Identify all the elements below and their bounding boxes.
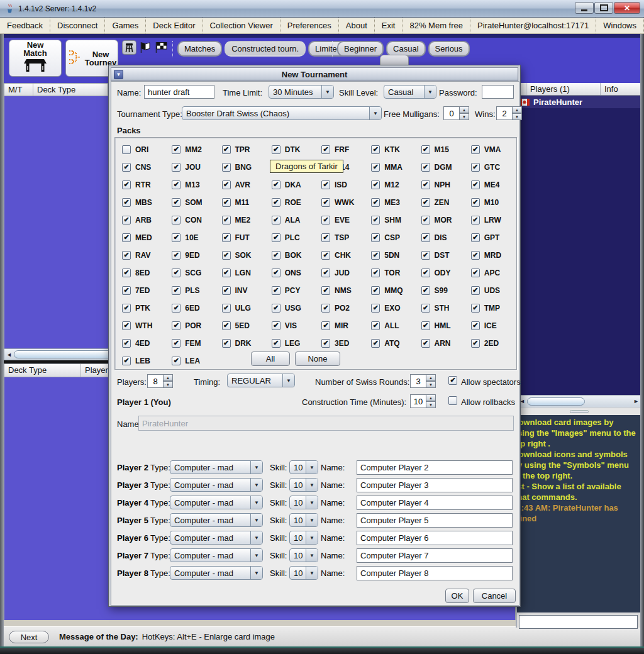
pack-checkbox-wwk[interactable] — [321, 198, 330, 207]
spinner-down-icon[interactable] — [426, 381, 436, 388]
pack-checkbox-leg[interactable] — [272, 339, 280, 348]
pack-checkbox-drk[interactable] — [222, 339, 231, 348]
pack-checkbox-jud[interactable] — [321, 269, 330, 277]
spinner-up-icon[interactable] — [426, 394, 436, 401]
pack-checkbox-bok[interactable] — [272, 251, 280, 260]
pack-checkbox-2ed[interactable] — [471, 339, 480, 348]
menu-item-windows[interactable]: Windows — [596, 18, 644, 33]
menu-item-disconnect[interactable]: Disconnect — [50, 18, 105, 33]
pack-checkbox-pcy[interactable] — [272, 286, 280, 295]
pack-checkbox-ons[interactable] — [272, 269, 280, 277]
pack-checkbox-nms[interactable] — [321, 286, 330, 295]
pack-checkbox-lrw[interactable] — [471, 216, 480, 224]
pack-checkbox-dtk[interactable] — [272, 145, 280, 154]
pack-checkbox-por[interactable] — [172, 321, 180, 330]
player-3-name-field[interactable]: Computer Player 3 — [357, 478, 513, 492]
player-row[interactable]: PirateHunter — [518, 96, 641, 108]
scroll-right-icon[interactable] — [631, 396, 641, 407]
pack-checkbox-leb[interactable] — [122, 357, 131, 365]
spinner-up-icon[interactable] — [164, 374, 173, 381]
pack-checkbox-ice[interactable] — [471, 321, 480, 330]
player-7-skill-select[interactable]: 10 — [289, 548, 318, 562]
player-6-type-select[interactable]: Computer - mad — [170, 531, 263, 545]
menu-item-games[interactable]: Games — [105, 18, 146, 33]
pack-checkbox-dis[interactable] — [421, 233, 430, 242]
menu-item-82-mem-free[interactable]: 82% Mem free — [402, 18, 470, 33]
players-spinner[interactable]: 8 — [147, 374, 173, 388]
pack-checkbox-wth[interactable] — [122, 321, 131, 330]
pack-checkbox-jou[interactable] — [172, 163, 180, 172]
player-6-name-field[interactable]: Computer Player 6 — [357, 531, 513, 545]
pack-checkbox-fem[interactable] — [172, 339, 180, 348]
wins-spinner[interactable]: 2 — [496, 106, 522, 120]
pack-checkbox-tsp[interactable] — [321, 233, 330, 242]
pack-checkbox-ulg[interactable] — [222, 304, 231, 313]
pack-checkbox-eve[interactable] — [321, 216, 330, 224]
menu-item-about[interactable]: About — [339, 18, 375, 33]
pack-checkbox-ody[interactable] — [421, 269, 430, 277]
pack-checkbox-exo[interactable] — [371, 304, 380, 313]
password-field[interactable] — [482, 85, 514, 99]
spinner-up-icon[interactable] — [513, 106, 522, 113]
all-button[interactable]: All — [251, 352, 290, 366]
player-6-skill-select[interactable]: 10 — [289, 531, 318, 545]
pack-checkbox-me4[interactable] — [471, 180, 480, 189]
spinner-down-icon[interactable] — [426, 401, 436, 408]
pack-checkbox-s99[interactable] — [421, 286, 430, 295]
menu-item-piratehunter-localhost-17171[interactable]: PirateHunter@localhost:17171 — [470, 18, 596, 33]
pack-checkbox-all[interactable] — [371, 321, 380, 330]
pack-checkbox-m12[interactable] — [371, 180, 380, 189]
chat-input[interactable] — [519, 615, 638, 629]
menu-item-preferences[interactable]: Preferences — [280, 18, 339, 33]
menu-item-exit[interactable]: Exit — [375, 18, 403, 33]
pack-checkbox-inv[interactable] — [222, 286, 231, 295]
pack-checkbox-sth[interactable] — [421, 304, 430, 313]
pack-checkbox-apc[interactable] — [471, 269, 480, 277]
player-4-type-select[interactable]: Computer - mad — [170, 496, 263, 509]
column-header-mt[interactable]: M/T — [4, 84, 33, 96]
toolbar-toggle-matches[interactable]: Matches — [177, 41, 222, 57]
chevron-down-icon[interactable] — [250, 531, 262, 544]
maximize-button[interactable] — [594, 2, 613, 14]
pack-checkbox-gpt[interactable] — [471, 233, 480, 242]
dialog-titlebar[interactable]: New Tournament — [111, 67, 518, 81]
ok-button[interactable]: OK — [445, 589, 469, 603]
menu-item-deck-editor[interactable]: Deck Editor — [146, 18, 203, 33]
pack-checkbox-nph[interactable] — [421, 180, 430, 189]
pack-checkbox-con[interactable] — [172, 216, 180, 224]
pack-checkbox-lea[interactable] — [172, 357, 180, 365]
toolbar-toggle-constructed-tourn[interactable]: Constructed tourn. — [225, 41, 306, 57]
pack-checkbox-mmq[interactable] — [371, 286, 380, 295]
swiss-rounds-spinner[interactable]: 3 — [410, 374, 436, 388]
pack-checkbox-ptk[interactable] — [122, 304, 131, 313]
allow-spectators-checkbox[interactable] — [448, 376, 457, 385]
pack-checkbox-usg[interactable] — [272, 304, 280, 313]
chevron-down-icon[interactable] — [306, 496, 318, 509]
pack-checkbox-me3[interactable] — [371, 198, 380, 207]
construction-time-spinner[interactable]: 10 — [410, 394, 436, 408]
scroll-left-icon[interactable] — [4, 349, 14, 360]
pack-checkbox-fut[interactable] — [222, 233, 231, 242]
players-hscrollbar[interactable] — [517, 395, 641, 407]
pack-checkbox-mir[interactable] — [321, 321, 330, 330]
pack-checkbox-rav[interactable] — [122, 251, 131, 260]
chevron-down-icon[interactable] — [250, 514, 262, 526]
pack-checkbox-ktk[interactable] — [371, 145, 380, 154]
pack-checkbox-mor[interactable] — [421, 216, 430, 224]
pack-checkbox-shm[interactable] — [371, 216, 380, 224]
player-5-type-select[interactable]: Computer - mad — [170, 513, 263, 527]
time-limit-select[interactable]: 30 Minutes — [269, 85, 334, 99]
spinner-down-icon[interactable] — [164, 381, 173, 388]
menu-item-collection-viewer[interactable]: Collection Viewer — [203, 18, 280, 33]
pack-checkbox-mm2[interactable] — [172, 145, 180, 154]
pack-checkbox-mma[interactable] — [371, 163, 380, 172]
pack-checkbox-som[interactable] — [172, 198, 180, 207]
spinner-up-icon[interactable] — [460, 106, 469, 113]
window-titlebar[interactable]: 1.4.1v2 Server: 1.4.1v2 — [0, 0, 644, 18]
column-header-deck-type-2[interactable]: Deck Type — [4, 364, 81, 377]
menu-item-feedback[interactable]: Feedback — [0, 18, 50, 33]
pack-checkbox-6ed[interactable] — [172, 304, 180, 313]
pack-checkbox-rtr[interactable] — [122, 180, 131, 189]
dialog-menu-icon[interactable] — [114, 70, 123, 79]
panel-splitter[interactable] — [517, 407, 641, 415]
